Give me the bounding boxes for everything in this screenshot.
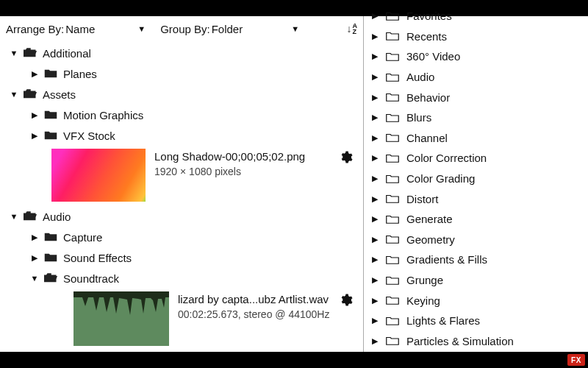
- effects-row[interactable]: ▶Lights & Flares: [364, 311, 588, 331]
- arrange-by-value: Name: [65, 23, 95, 35]
- folder-outline-icon: [386, 11, 399, 21]
- chevron-right-icon[interactable]: ▶: [370, 52, 380, 61]
- effects-row[interactable]: ▶Audio: [364, 67, 588, 88]
- tree-row-capture[interactable]: ▶ Capture: [0, 227, 363, 247]
- chevron-right-icon[interactable]: ▶: [370, 72, 380, 82]
- chevron-right-icon[interactable]: ▶: [370, 296, 380, 305]
- asset-item-png[interactable]: Long Shadow-00;00;05;02.png 1920 × 1080 …: [0, 146, 363, 206]
- folder-outline-icon: [386, 132, 399, 143]
- effects-row[interactable]: ▶Channel: [364, 128, 588, 149]
- folder-icon: [44, 110, 57, 120]
- folder-outline-icon: [386, 52, 399, 62]
- chevron-right-icon[interactable]: ▶: [370, 32, 380, 41]
- chevron-right-icon[interactable]: ▶: [370, 214, 380, 224]
- chevron-right-icon[interactable]: ▶: [370, 336, 380, 346]
- tree-row-assets[interactable]: ▼ Assets: [0, 84, 363, 105]
- asset-thumbnail: [51, 149, 146, 202]
- chevron-right-icon[interactable]: ▶: [370, 235, 380, 244]
- group-by-dropdown[interactable]: Group By: Folder ▼: [160, 23, 299, 35]
- effects-row[interactable]: ▶Gradients & Fills: [364, 250, 588, 270]
- asset-subtitle: 00:02:25.673, stereo @ 44100Hz: [178, 308, 339, 320]
- asset-waveform-thumbnail: [74, 291, 169, 346]
- effects-label: Channel: [406, 132, 448, 144]
- folder-outline-icon: [386, 316, 399, 326]
- arrange-by-dropdown[interactable]: Arrange By: Name ▼: [6, 23, 146, 35]
- chevron-right-icon[interactable]: ▶: [29, 69, 40, 79]
- chevron-down-icon: ▼: [291, 24, 299, 33]
- gear-icon[interactable]: [339, 150, 353, 166]
- tree-row-soundtrack[interactable]: ▼ Soundtrack: [0, 268, 363, 289]
- effects-row[interactable]: ▶Geometry: [364, 230, 588, 250]
- effects-row[interactable]: ▶360° Video: [364, 46, 588, 67]
- effects-label: Lights & Flares: [406, 314, 480, 327]
- folder-icon: [44, 252, 57, 263]
- chevron-right-icon[interactable]: ▶: [29, 233, 40, 242]
- chevron-right-icon[interactable]: ▶: [29, 131, 40, 141]
- chevron-right-icon[interactable]: ▶: [29, 253, 40, 263]
- chevron-right-icon[interactable]: ▶: [370, 275, 380, 285]
- chevron-right-icon[interactable]: ▶: [370, 153, 380, 163]
- effects-row[interactable]: ▶Color Correction: [364, 148, 588, 169]
- tree-row-vfx-stock[interactable]: ▶ VFX Stock: [0, 125, 363, 146]
- effects-row[interactable]: ▶Color Grading: [364, 169, 588, 189]
- folder-outline-icon: [386, 234, 399, 244]
- chevron-right-icon[interactable]: ▶: [29, 110, 40, 120]
- folder-icon: [44, 130, 57, 141]
- chevron-right-icon[interactable]: ▶: [370, 133, 380, 143]
- effects-label: 360° Video: [406, 50, 460, 63]
- tree-row-motion-graphics[interactable]: ▶ Motion Graphics: [0, 105, 363, 125]
- tree-label: Sound Effects: [63, 252, 132, 264]
- folder-outline-icon: [386, 174, 399, 184]
- arrange-by-label: Arrange By:: [6, 23, 64, 35]
- folder-outline-icon: [386, 275, 399, 286]
- folder-open-icon: [24, 89, 37, 99]
- folder-outline-icon: [386, 113, 399, 123]
- effects-label: Behavior: [406, 91, 450, 104]
- effects-row[interactable]: ▶Recents: [364, 26, 588, 47]
- chevron-down-icon[interactable]: ▼: [29, 274, 40, 283]
- effects-panel: ▶Favorites▶Recents▶360° Video▶Audio▶Beha…: [364, 4, 588, 352]
- effects-row[interactable]: ▶Behavior: [364, 87, 588, 107]
- chevron-right-icon[interactable]: ▶: [370, 174, 380, 183]
- tree-row-planes[interactable]: ▶ Planes: [0, 63, 363, 84]
- asset-subtitle: 1920 × 1080 pixels: [154, 166, 339, 177]
- gear-icon[interactable]: [339, 293, 353, 309]
- effects-row[interactable]: ▶Particles & Simulation: [364, 331, 588, 352]
- asset-item-wav[interactable]: lizard by capta...ubz Artlist.wav 00:02:…: [0, 289, 363, 350]
- tree-label: VFX Stock: [63, 130, 115, 142]
- chevron-right-icon[interactable]: ▶: [370, 93, 380, 102]
- effects-label: Audio: [406, 71, 434, 83]
- effects-label: Geometry: [406, 233, 455, 246]
- tree-row-audio[interactable]: ▼ Audio: [0, 206, 363, 227]
- tree-label: Additional: [43, 47, 91, 60]
- chevron-right-icon[interactable]: ▶: [370, 316, 380, 325]
- chevron-down-icon[interactable]: ▼: [9, 212, 19, 221]
- chevron-right-icon[interactable]: ▶: [370, 113, 380, 122]
- chevron-right-icon[interactable]: ▶: [370, 255, 380, 264]
- sort-az-button[interactable]: ↓ AZ: [347, 23, 358, 35]
- folder-open-icon: [24, 211, 37, 222]
- effects-row[interactable]: ▶Favorites: [364, 6, 588, 26]
- chevron-down-icon[interactable]: ▼: [9, 90, 19, 99]
- folder-outline-icon: [386, 295, 399, 305]
- effects-row[interactable]: ▶Distort: [364, 188, 588, 209]
- tree-label: Soundtrack: [63, 272, 119, 285]
- chevron-right-icon[interactable]: ▶: [370, 11, 380, 21]
- group-by-value: Folder: [212, 23, 243, 35]
- effects-row[interactable]: ▶Grunge: [364, 270, 588, 291]
- tree-label: Capture: [63, 231, 102, 244]
- folder-open-icon: [44, 273, 57, 283]
- effects-row[interactable]: ▶Generate: [364, 209, 588, 230]
- chevron-down-icon[interactable]: ▼: [9, 49, 19, 57]
- effects-row[interactable]: ▶Keying: [364, 290, 588, 311]
- tree-label: Planes: [63, 68, 97, 80]
- folder-outline-icon: [386, 31, 399, 41]
- tree-row-sound-effects[interactable]: ▶ Sound Effects: [0, 247, 363, 268]
- effects-label: Particles & Simulation: [406, 335, 514, 347]
- effects-label: Keying: [406, 294, 440, 307]
- folder-outline-icon: [386, 92, 399, 102]
- chevron-right-icon[interactable]: ▶: [370, 194, 380, 204]
- tree-row-additional[interactable]: ▼ Additional: [0, 43, 363, 63]
- effects-label: Color Grading: [406, 172, 475, 185]
- effects-row[interactable]: ▶Blurs: [364, 107, 588, 128]
